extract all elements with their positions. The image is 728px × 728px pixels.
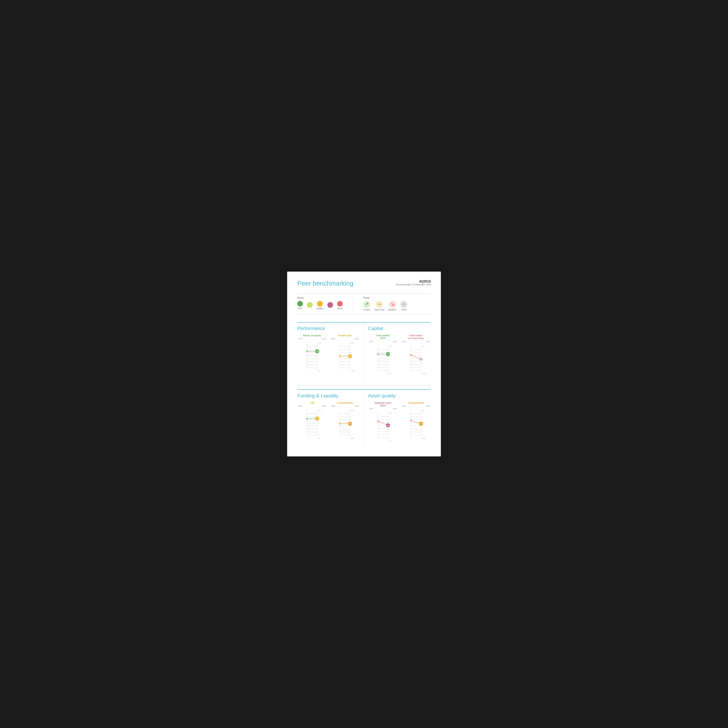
svg-line-121: [411, 417, 421, 417]
page-title: Peer benchmarking: [297, 280, 353, 287]
lcr-title: LCR: [297, 402, 327, 404]
trend-legend: Trend Positive Status Quo: [363, 297, 407, 311]
svg-text:11%: 11%: [389, 413, 392, 414]
trend-peers: Peers: [401, 301, 407, 311]
svg-text:50%: 50%: [419, 423, 422, 424]
svg-line-26: [340, 352, 350, 353]
legend-best: Best: [297, 301, 303, 310]
svg-line-63: [411, 370, 421, 371]
svg-line-11: [307, 355, 317, 356]
ld-title: Loans/Deposits: [330, 402, 360, 404]
trend-peers-label: Peers: [401, 309, 407, 311]
svg-point-49: [377, 353, 379, 355]
cet1-title: Fully loadedCET1: [368, 334, 398, 340]
svg-text:10%: 10%: [316, 351, 319, 352]
cet1-svg: 11% 0%: [368, 343, 398, 377]
flr-svg: 30% 100%: [401, 343, 431, 377]
svg-text:11%: 11%: [318, 343, 321, 344]
svg-line-78: [307, 432, 317, 432]
trend-negative-icon: [389, 301, 396, 308]
capital-section: Capital Fully loadedCET1 20182019 11% 0%: [364, 322, 431, 381]
trend-negative-label: Negative: [388, 309, 396, 311]
svg-text:10%: 10%: [387, 353, 390, 355]
cr-svg-wrap: 50% 100%: [401, 407, 431, 443]
cr-chart: Coverage Ratio 20182019 50% 100%: [401, 402, 431, 445]
doc-date: Document date: 11 december 2019: [396, 283, 431, 286]
svg-line-104: [378, 416, 388, 417]
legend-median: Median: [317, 301, 323, 310]
dot-4: [327, 302, 333, 308]
dot-worst: [337, 301, 343, 307]
svg-text:30%: 30%: [422, 346, 425, 347]
svg-line-94: [340, 432, 350, 432]
svg-text:100%: 100%: [351, 437, 355, 439]
funding-title: Funding & Liquidity: [297, 393, 360, 399]
page: Peer benchmarking 4Q2019 Document date: …: [287, 272, 441, 456]
top-sections: Performance Return on Equity 20182019: [297, 320, 431, 381]
svg-text:11%: 11%: [389, 346, 392, 347]
svg-line-72: [307, 413, 317, 414]
svg-line-9: [307, 349, 317, 350]
quarter-label: 4Q2019: [396, 280, 431, 283]
svg-line-77: [307, 429, 317, 429]
svg-line-79: [307, 435, 317, 435]
flr-chart: Fully loadedLeverage Ratio 20182019 30% …: [401, 334, 431, 378]
svg-line-111: [378, 437, 388, 438]
svg-line-47: [378, 370, 388, 371]
svg-text:50%: 50%: [351, 410, 354, 411]
svg-line-30: [340, 364, 350, 365]
dot-2: [307, 302, 313, 308]
svg-text:10%: 10%: [316, 418, 319, 419]
flr-title: Fully loadedLeverage Ratio: [401, 334, 431, 340]
legend-2: [307, 302, 313, 309]
svg-line-56: [411, 349, 421, 349]
svg-line-15: [307, 367, 317, 368]
trend-negative: Negative: [388, 301, 396, 311]
bottom-sections: Funding & Liquidity LCR 20182019 11% 0%: [297, 387, 431, 448]
svg-line-43: [378, 358, 388, 359]
svg-line-40: [378, 349, 388, 349]
lcr-svg-wrap: 11% 0%: [297, 407, 327, 443]
svg-line-89: [340, 417, 350, 417]
ilr-svg-wrap: 11% 0%: [368, 410, 398, 445]
legend-section: Score Best Median: [297, 293, 431, 314]
roe-chart: Return on Equity 20182019 11% 0%: [297, 334, 327, 375]
trend-positive-label: Positive: [363, 309, 370, 311]
svg-line-122: [411, 420, 421, 420]
svg-line-41: [378, 352, 388, 353]
ld-svg-wrap: 50% 100%: [330, 407, 360, 443]
svg-text:50%: 50%: [349, 423, 352, 424]
score-title: Score: [297, 297, 343, 299]
score-items: Best Median Worst: [297, 301, 343, 310]
svg-line-31: [340, 367, 350, 368]
svg-line-106: [378, 422, 388, 423]
svg-text:50%: 50%: [349, 356, 352, 357]
trend-status-label: Status Quo: [374, 309, 384, 311]
performance-charts: Return on Equity 20182019 11% 0%: [297, 334, 360, 375]
header-right: 4Q2019 Document date: 11 december 2019: [396, 280, 431, 286]
svg-text:0%: 0%: [389, 440, 391, 442]
svg-text:100%: 100%: [422, 437, 425, 439]
trend-items: Positive Status Quo Negative: [363, 301, 407, 311]
trend-title: Trend: [363, 297, 407, 299]
roe-years: 20182019: [297, 338, 327, 340]
svg-line-57: [411, 352, 421, 353]
trend-status: Status Quo: [374, 301, 384, 311]
svg-text:0%: 0%: [318, 437, 320, 439]
roe-svg: 11% 0%: [297, 340, 327, 375]
funding-charts: LCR 20182019 11% 0%: [297, 402, 360, 443]
cr-years: 20182019: [401, 405, 431, 407]
trend-status-icon: [376, 301, 383, 308]
svg-line-109: [378, 431, 388, 432]
funding-section: Funding & Liquidity LCR 20182019 11% 0%: [297, 390, 364, 448]
trend-peers-icon: [401, 301, 407, 308]
performance-section: Performance Return on Equity 20182019: [297, 322, 364, 381]
ld-chart: Loans/Deposits 20182019 50% 100%: [330, 402, 360, 443]
svg-text:50%: 50%: [422, 410, 425, 411]
label-best: Best: [298, 307, 302, 310]
mid-divider: [297, 385, 431, 385]
legend-4: [327, 302, 333, 309]
svg-line-46: [378, 367, 388, 368]
capital-charts: Fully loadedCET1 20182019 11% 0%: [368, 334, 431, 378]
svg-line-88: [340, 413, 350, 414]
